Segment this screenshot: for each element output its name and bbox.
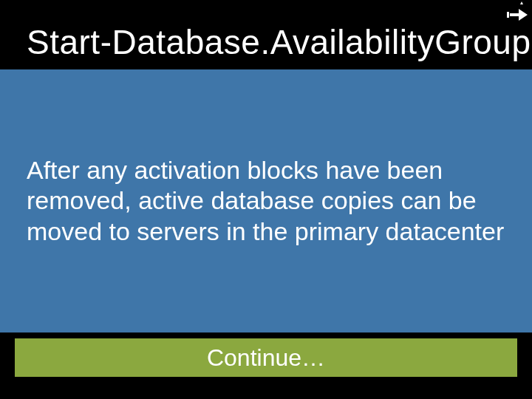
- continue-button[interactable]: Continue…: [15, 338, 517, 377]
- slide-title: Start-Database.AvailabilityGroup: [27, 22, 531, 62]
- content-panel: After any activation blocks have been re…: [0, 69, 532, 332]
- pointer-hand-icon: [502, 0, 532, 30]
- continue-label: Continue…: [207, 344, 325, 372]
- slide-body-text: After any activation blocks have been re…: [27, 155, 505, 247]
- svg-rect-0: [507, 12, 509, 18]
